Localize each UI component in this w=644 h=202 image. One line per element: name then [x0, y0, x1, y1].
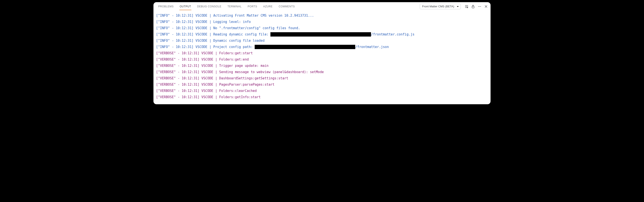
redacted-path	[270, 32, 371, 37]
svg-point-7	[480, 6, 481, 7]
tab-terminal[interactable]: TERMINAL	[225, 3, 244, 10]
tab-output[interactable]: OUTPUT	[178, 3, 193, 10]
lock-icon[interactable]	[471, 5, 475, 9]
log-line: ["INFO" - 10:12:31] VSCODE | Project con…	[156, 44, 488, 50]
svg-point-3	[467, 7, 468, 8]
output-console[interactable]: ["INFO" - 10:12:31] VSCODE | Activating …	[154, 11, 490, 104]
log-line: ["VERBOSE" - 10:12:31] VSCODE | Folders:…	[156, 56, 488, 63]
redacted-path	[255, 45, 355, 49]
log-line: ["VERBOSE" - 10:12:31] VSCODE | Folders:…	[156, 94, 488, 100]
log-line: ["VERBOSE" - 10:12:31] VSCODE | Sending …	[156, 69, 488, 75]
tab-ports[interactable]: PORTS	[246, 3, 259, 10]
svg-rect-4	[472, 6, 474, 8]
close-icon[interactable]	[484, 5, 488, 9]
filter-icon[interactable]	[465, 5, 468, 9]
output-channel-select[interactable]: Front Matter CMS (BETA)	[420, 4, 461, 9]
tab-debug-console[interactable]: DEBUG CONSOLE	[195, 3, 224, 10]
log-line: ["INFO" - 10:12:31] VSCODE | Activating …	[156, 13, 488, 19]
log-line: ["INFO" - 10:12:31] VSCODE | Reading dyn…	[156, 31, 488, 38]
log-line: ["VERBOSE" - 10:12:31] VSCODE | Trigger …	[156, 63, 488, 69]
svg-point-5	[478, 6, 479, 7]
log-line: ["VERBOSE" - 10:12:31] VSCODE | Dashboar…	[156, 75, 488, 81]
chevron-down-icon	[456, 5, 459, 8]
log-line: ["INFO" - 10:12:31] VSCODE | No ".frontm…	[156, 25, 488, 31]
more-icon[interactable]	[478, 5, 482, 9]
log-line: ["VERBOSE" - 10:12:31] VSCODE | Folders:…	[156, 88, 488, 94]
tab-comments[interactable]: COMMENTS	[276, 3, 297, 10]
svg-point-6	[479, 6, 480, 7]
log-line: ["VERBOSE" - 10:12:31] VSCODE | PagesPar…	[156, 81, 488, 88]
tab-problems[interactable]: PROBLEMS	[156, 3, 176, 10]
panel-tabs: PROBLEMSOUTPUTDEBUG CONSOLETERMINALPORTS…	[154, 2, 490, 11]
log-line: ["VERBOSE" - 10:12:31] VSCODE | Folders:…	[156, 50, 488, 56]
output-panel-window: PROBLEMSOUTPUTDEBUG CONSOLETERMINALPORTS…	[154, 2, 490, 104]
output-toolbar	[462, 5, 488, 9]
tab-azure[interactable]: AZURE	[261, 3, 275, 10]
log-line: ["INFO" - 10:12:31] VSCODE | Logging lev…	[156, 19, 488, 25]
output-channel-label: Front Matter CMS (BETA)	[422, 5, 454, 8]
log-line: ["INFO" - 10:12:31] VSCODE | Dynamic con…	[156, 38, 488, 44]
